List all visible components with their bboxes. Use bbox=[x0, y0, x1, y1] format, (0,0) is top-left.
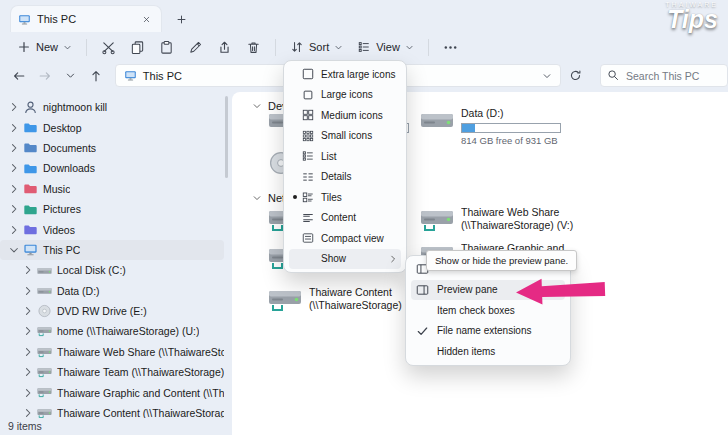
capacity-text: 814 GB free of 931 GB bbox=[461, 135, 589, 146]
drive-name: Data (D:) bbox=[461, 107, 589, 120]
submenu-item-file-name-extensions[interactable]: File name extensions bbox=[411, 321, 565, 342]
back-button[interactable] bbox=[8, 64, 31, 87]
sidebar-item-music[interactable]: Music bbox=[0, 179, 224, 199]
search-icon bbox=[607, 69, 619, 81]
drive-tile-web-share-v[interactable]: Thaiware Web Share (\\ThaiwareStorage) (… bbox=[420, 206, 589, 234]
chevron-down-icon[interactable] bbox=[542, 71, 552, 81]
view-icon bbox=[357, 40, 371, 54]
menu-item-show[interactable]: Show bbox=[289, 249, 401, 270]
show-submenu: Preview pane Item check boxes File name … bbox=[405, 255, 571, 366]
chevron-right-icon[interactable] bbox=[22, 264, 34, 276]
new-tab-button[interactable] bbox=[172, 10, 190, 28]
chevron-right-icon[interactable] bbox=[22, 366, 34, 378]
submenu-item-hidden-items[interactable]: Hidden items bbox=[411, 341, 565, 362]
chevron-right-icon[interactable] bbox=[22, 325, 34, 337]
sidebar-item-dvd-e[interactable]: DVD RW Drive (E:) bbox=[0, 301, 224, 321]
delete-button[interactable] bbox=[239, 36, 268, 59]
drive-tile-content-y[interactable]: Thaiware Content (\\ThaiwareStorage) (Y:… bbox=[268, 286, 421, 314]
chevron-down-icon bbox=[63, 43, 72, 52]
watermark-logo-text: Tips bbox=[665, 8, 718, 31]
menu-item-large-icons[interactable]: Large icons bbox=[289, 85, 401, 106]
chevron-right-icon[interactable] bbox=[22, 305, 34, 317]
list-view-icon bbox=[301, 149, 315, 163]
chevron-right-icon[interactable] bbox=[8, 142, 20, 154]
forward-button[interactable] bbox=[34, 64, 57, 87]
chevron-right-icon[interactable] bbox=[8, 101, 20, 113]
paste-button[interactable] bbox=[152, 36, 181, 59]
sidebar-item-team-w[interactable]: Thaiware Team (\\ThaiwareStorage) (W:) bbox=[0, 362, 224, 382]
explorer-tab[interactable]: This PC bbox=[10, 5, 162, 32]
plus-icon bbox=[17, 40, 31, 54]
sidebar-item-web-share-v[interactable]: Thaiware Web Share (\\ThaiwareStorage) (… bbox=[0, 342, 224, 362]
sidebar-item-documents[interactable]: Documents bbox=[0, 138, 224, 158]
sidebar-item-downloads[interactable]: Downloads bbox=[0, 158, 224, 178]
small-icons-icon bbox=[301, 129, 315, 143]
sidebar-item-this-pc[interactable]: This PC bbox=[0, 240, 224, 260]
toolbar-divider bbox=[86, 39, 87, 56]
view-button-label: View bbox=[376, 41, 400, 53]
chevron-right-icon[interactable] bbox=[8, 203, 20, 215]
chevron-right-icon[interactable] bbox=[8, 224, 20, 236]
sidebar-scrollbar[interactable] bbox=[225, 96, 228, 178]
recent-locations-button[interactable] bbox=[59, 64, 82, 87]
drive-tile-data-d[interactable]: Data (D:) 814 GB free of 931 GB bbox=[420, 107, 589, 146]
menu-item-list[interactable]: List bbox=[289, 146, 401, 167]
share-icon bbox=[217, 40, 232, 55]
share-button[interactable] bbox=[210, 36, 239, 59]
chevron-right-icon[interactable] bbox=[8, 183, 20, 195]
watermark: THAIWARE Tips bbox=[665, 1, 718, 31]
network-drive-icon bbox=[37, 325, 52, 337]
cut-icon bbox=[101, 40, 116, 55]
sort-button[interactable]: Sort bbox=[283, 36, 350, 58]
more-options-button[interactable] bbox=[436, 36, 465, 59]
chevron-right-icon[interactable] bbox=[22, 285, 34, 297]
refresh-button[interactable] bbox=[564, 64, 587, 87]
large-icons-icon bbox=[301, 88, 315, 102]
submenu-chevron-right-icon bbox=[388, 254, 398, 264]
copy-button[interactable] bbox=[123, 36, 152, 59]
menu-item-compact-view[interactable]: Compact view bbox=[289, 228, 401, 249]
sidebar-item-desktop[interactable]: Desktop bbox=[0, 117, 224, 137]
search-input[interactable] bbox=[600, 64, 728, 87]
new-button-label: New bbox=[36, 41, 58, 53]
sidebar-item-graphic-x[interactable]: Thaiware Graphic and Content (\\Thaiware… bbox=[0, 382, 224, 402]
medium-icons-icon bbox=[301, 108, 315, 122]
chevron-down-icon[interactable] bbox=[8, 244, 20, 256]
copy-icon bbox=[130, 40, 145, 55]
sidebar-item-pictures[interactable]: Pictures bbox=[0, 199, 224, 219]
menu-item-tiles[interactable]: Tiles bbox=[289, 187, 401, 208]
up-button[interactable] bbox=[85, 64, 108, 87]
network-drive-icon bbox=[268, 286, 302, 314]
sidebar-item-videos[interactable]: Videos bbox=[0, 219, 224, 239]
sidebar-item-profile[interactable]: nightmoon kill bbox=[0, 97, 224, 117]
sidebar-item-local-disk-c[interactable]: Local Disk (C:) bbox=[0, 260, 224, 280]
menu-item-extra-large-icons[interactable]: Extra large icons bbox=[289, 64, 401, 85]
chevron-right-icon[interactable] bbox=[8, 122, 20, 134]
details-view-icon bbox=[301, 170, 315, 184]
view-button[interactable]: View bbox=[350, 36, 421, 58]
menu-item-medium-icons[interactable]: Medium icons bbox=[289, 105, 401, 126]
selected-dot bbox=[292, 195, 301, 199]
chevron-right-icon[interactable] bbox=[22, 407, 34, 418]
network-drive-icon bbox=[37, 366, 52, 378]
menu-item-small-icons[interactable]: Small icons bbox=[289, 126, 401, 147]
chevron-right-icon[interactable] bbox=[8, 162, 20, 174]
music-folder-icon bbox=[23, 181, 38, 196]
paste-icon bbox=[159, 40, 174, 55]
close-icon bbox=[142, 15, 151, 24]
plus-icon bbox=[176, 14, 187, 25]
menu-item-details[interactable]: Details bbox=[289, 167, 401, 188]
rename-button[interactable] bbox=[181, 36, 210, 59]
new-button[interactable]: New bbox=[10, 36, 79, 58]
menu-item-content[interactable]: Content bbox=[289, 208, 401, 229]
sidebar-item-content-y[interactable]: Thaiware Content (\\ThaiwareStorage) (Y:… bbox=[0, 403, 224, 418]
cut-button[interactable] bbox=[94, 36, 123, 59]
chevron-right-icon[interactable] bbox=[22, 346, 34, 358]
sidebar-item-data-d[interactable]: Data (D:) bbox=[0, 281, 224, 301]
chevron-right-icon[interactable] bbox=[22, 387, 34, 399]
delete-icon bbox=[246, 40, 261, 55]
tab-close-button[interactable] bbox=[138, 11, 154, 27]
view-menu: Extra large icons Large icons Medium ico… bbox=[283, 60, 407, 273]
sidebar-item-home-u[interactable]: home (\\ThaiwareStorage) (U:) bbox=[0, 321, 224, 341]
sort-icon bbox=[290, 40, 304, 54]
